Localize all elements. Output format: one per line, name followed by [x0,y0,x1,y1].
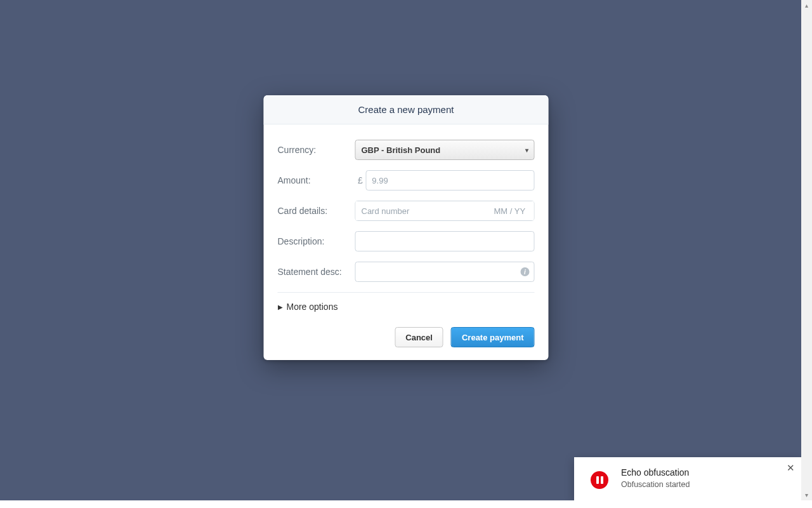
card-input-group [355,201,535,221]
toast-title: Echo obfuscation [621,467,791,478]
row-description: Description: [278,231,535,251]
info-icon[interactable]: i [521,267,530,276]
currency-symbol: £ [355,175,366,185]
currency-label: Currency: [278,145,355,155]
modal-title: Create a new payment [264,95,549,124]
statement-input[interactable] [355,262,535,282]
row-currency: Currency: GBP - British Pound ▾ [278,140,535,160]
row-amount: Amount: £ [278,170,535,190]
create-payment-modal: Create a new payment Currency: GBP - Bri… [264,95,549,360]
bottom-strip [0,500,812,508]
amount-label: Amount: [278,175,355,185]
modal-body: Currency: GBP - British Pound ▾ Amount: … [264,124,549,327]
toast-message: Obfuscation started [621,480,791,489]
scroll-up-icon[interactable]: ▴ [801,0,812,11]
modal-footer: Cancel Create payment [264,327,549,360]
card-label: Card details: [278,206,355,216]
notification-toast: Echo obfuscation Obfuscation started ✕ [574,457,801,500]
amount-input[interactable] [365,170,534,190]
description-input[interactable] [355,231,535,251]
chevron-down-icon: ▾ [525,147,528,154]
scroll-down-icon[interactable]: ▾ [801,490,812,500]
description-label: Description: [278,236,355,246]
pause-icon [591,471,608,489]
create-payment-button[interactable]: Create payment [451,327,535,347]
close-icon[interactable]: ✕ [787,462,795,474]
card-expiry-input[interactable] [488,201,534,220]
more-options-label: More options [287,302,338,312]
currency-select[interactable]: GBP - British Pound ▾ [355,140,535,160]
card-number-input[interactable] [356,201,488,220]
divider [278,292,535,293]
triangle-right-icon: ▶ [278,304,283,311]
currency-select-value: GBP - British Pound [362,145,441,155]
cancel-button[interactable]: Cancel [395,327,443,347]
row-card: Card details: [278,201,535,221]
scrollbar[interactable]: ▴ ▾ [801,0,812,500]
more-options-toggle[interactable]: ▶ More options [278,302,535,322]
row-statement: Statement desc: i [278,262,535,282]
statement-label: Statement desc: [278,267,355,277]
